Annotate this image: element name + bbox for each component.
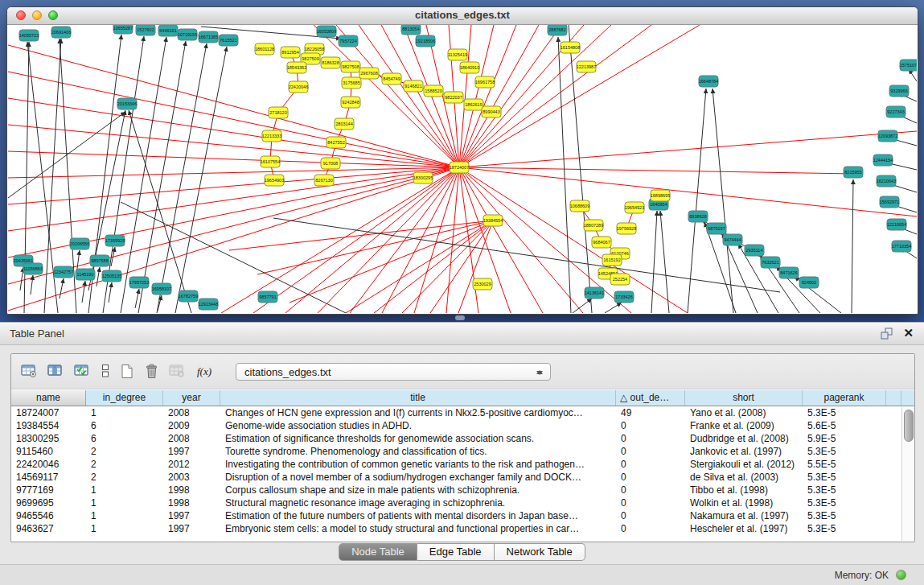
table-mode-icon[interactable]	[21, 364, 38, 380]
graph-node[interactable]: 7957224	[339, 35, 358, 47]
graph-node[interactable]: 18640910	[460, 62, 479, 73]
graph-node[interactable]: 8427552	[326, 137, 346, 148]
close-panel-icon[interactable]: ✕	[903, 326, 914, 340]
column-header-short[interactable]: short	[685, 390, 803, 406]
graph-node[interactable]: 6879197	[707, 223, 726, 234]
row-height-icon[interactable]	[101, 364, 110, 380]
column-header-in_degree[interactable]: in_degree	[86, 390, 163, 406]
graph-node[interactable]: 12213333	[262, 130, 281, 142]
table-row[interactable]: 977716911998Corpus callosum shape and si…	[11, 484, 901, 497]
graph-node[interactable]: 8938928	[688, 211, 708, 222]
table-scrollbar[interactable]	[901, 407, 914, 541]
graph-node[interactable]: 12210654	[887, 219, 906, 230]
graph-node[interactable]: 10655287	[113, 25, 133, 34]
delete-column-icon[interactable]	[144, 364, 159, 380]
graph-node[interactable]: 16053809	[317, 26, 336, 37]
column-header-year[interactable]: year	[163, 390, 220, 406]
graph-node[interactable]: 9146821	[404, 80, 423, 92]
graph-node[interactable]: 7615522	[219, 35, 238, 46]
graph-node[interactable]: 17359928	[105, 235, 125, 246]
graph-node[interactable]: 8215955	[844, 167, 863, 178]
graph-node[interactable]: 2935114	[745, 245, 764, 256]
tab-network-table[interactable]: Network Table	[495, 543, 585, 561]
window-titlebar[interactable]: citations_edges.txt	[7, 7, 918, 25]
graph-node[interactable]: 19654923	[625, 202, 644, 213]
graph-node[interactable]: 16958107	[152, 283, 171, 295]
graph-node[interactable]: 11156863	[23, 263, 43, 274]
network-table-select[interactable]: citations_edges.txt	[236, 363, 551, 381]
graph-node[interactable]: 9227343	[886, 106, 906, 117]
table-row[interactable]: 2242004622012Investigating the contribut…	[11, 459, 901, 472]
graph-node[interactable]: 9827508	[341, 61, 360, 72]
column-header-pagerank[interactable]: pagerank	[803, 390, 886, 406]
table-row[interactable]: 946554611997Estimation of the future num…	[11, 510, 901, 523]
graph-node[interactable]: 20206556	[70, 238, 89, 249]
graph-node[interactable]: 22420046	[289, 81, 308, 93]
graph-node[interactable]: 1588520	[424, 85, 443, 97]
graph-node[interactable]: 8813054	[401, 25, 421, 35]
graph-node[interactable]: 924502	[799, 277, 819, 288]
graph-node[interactable]: 16107554	[261, 156, 280, 167]
graph-node[interactable]: 14055723	[19, 30, 39, 41]
column-header-filler[interactable]	[886, 390, 901, 406]
graph-node[interactable]: 3175685	[342, 77, 361, 89]
function-builder-icon[interactable]: f(x)	[195, 364, 215, 380]
graph-node[interactable]: 8186328	[321, 57, 340, 68]
table-row[interactable]: 1830029562008Estimation of significance …	[11, 433, 901, 446]
graph-node[interactable]: 9897588	[90, 255, 109, 266]
graph-node[interactable]: 16648784	[699, 76, 718, 87]
graph-node[interactable]: 17710354	[892, 241, 911, 252]
scrollbar-thumb[interactable]	[904, 410, 914, 442]
graph-node[interactable]: 10719155	[178, 29, 197, 40]
graph-node[interactable]: 19654903	[265, 175, 284, 186]
graph-node[interactable]: 2803144	[335, 118, 354, 130]
graph-node[interactable]: 18300295	[413, 172, 433, 183]
graph-node[interactable]: 9684067	[592, 237, 611, 248]
graph-node[interactable]: 8454749	[382, 73, 401, 84]
graph-node[interactable]: 8912954	[281, 47, 300, 58]
graph-node[interactable]: 8267130	[314, 175, 334, 186]
table-row[interactable]: 911546021997Tourette syndrome. Phenomeno…	[11, 446, 901, 459]
float-panel-icon[interactable]	[881, 328, 893, 340]
network-canvas[interactable]: 1405572320691406106552871527602646616110…	[8, 25, 917, 313]
graph-node[interactable]: 2718120	[269, 107, 288, 118]
graph-node[interactable]: 12093872	[878, 130, 897, 142]
graph-node[interactable]: 8471626	[779, 267, 799, 278]
graph-node[interactable]: 6466161	[158, 25, 178, 36]
graph-node[interactable]: 12213987	[577, 61, 596, 72]
graph-node[interactable]: 16961758	[475, 76, 495, 88]
table-row[interactable]: 1456911722003Disruption of a novel membe…	[11, 472, 901, 484]
graph-node[interactable]: 11325419	[448, 49, 467, 60]
graph-node[interactable]: 1615192	[602, 254, 622, 266]
graph-node[interactable]: 16898695	[651, 190, 670, 201]
graph-node[interactable]: 16154808	[561, 42, 580, 53]
graph-node[interactable]: 9329966	[889, 85, 909, 97]
close-button[interactable]	[16, 10, 26, 20]
table-row[interactable]: 946362711997Embryonic stem cells: a mode…	[11, 523, 901, 536]
graph-node[interactable]: 17957253	[129, 277, 149, 288]
graph-node[interactable]: 10688609	[570, 200, 589, 212]
graph-node[interactable]: 1145190	[76, 269, 95, 280]
graph-node[interactable]: 20691406	[51, 27, 71, 38]
table-row[interactable]: 1872400712008Changes of HCN gene express…	[11, 407, 901, 420]
graph-node[interactable]: 19384554	[483, 215, 503, 226]
graph-node[interactable]: 2887682	[548, 25, 567, 35]
graph-node[interactable]: 18724007	[450, 162, 469, 173]
minimize-button[interactable]	[32, 10, 42, 20]
column-header-name[interactable]: name	[11, 390, 86, 406]
select-rows-icon[interactable]	[74, 364, 91, 380]
zoom-button[interactable]	[48, 10, 58, 20]
tab-edge-table[interactable]: Edge Table	[417, 543, 495, 561]
graph-node[interactable]: 16671385	[199, 31, 218, 43]
graph-node[interactable]: 12505135	[102, 270, 121, 282]
graph-node[interactable]: 16210643	[877, 175, 896, 187]
graph-node[interactable]: 9857791	[258, 291, 277, 303]
tab-node-table[interactable]: Node Table	[339, 543, 417, 561]
graph-node[interactable]: 16782759	[179, 290, 198, 302]
graph-node[interactable]: 252254	[610, 274, 630, 285]
table-row[interactable]: 1938455462009Genome-wide association stu…	[11, 420, 901, 433]
graph-node[interactable]: 8990443	[482, 106, 501, 117]
graph-node[interactable]: 18807289	[584, 220, 603, 231]
graph-node[interactable]: 7632621	[761, 257, 780, 268]
graph-node[interactable]: 9474444	[723, 234, 742, 245]
